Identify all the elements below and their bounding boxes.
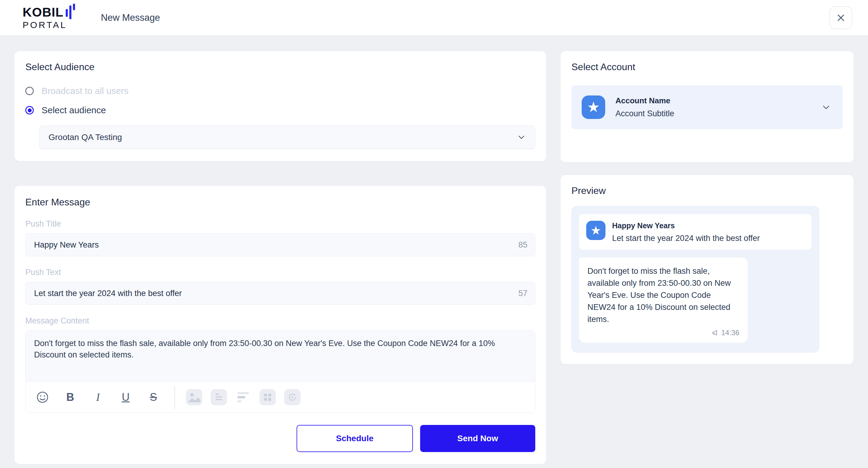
audience-dropdown[interactable]: Grootan QA Testing (39, 126, 535, 149)
push-text-input[interactable] (25, 282, 535, 305)
close-icon (836, 13, 846, 23)
account-avatar: ★ (582, 96, 605, 119)
radio-checked-icon[interactable] (25, 106, 34, 114)
select-audience-heading: Select Audience (25, 61, 535, 73)
underline-icon: U (122, 392, 130, 403)
message-content-label: Message Content (25, 316, 535, 326)
emoji-icon (36, 391, 49, 404)
italic-icon: I (96, 392, 100, 403)
push-title-label: Push Title (25, 219, 535, 229)
align-left-icon (236, 390, 250, 404)
push-title-counter: 85 (518, 240, 527, 250)
header: KOBIL PORTAL New Message (0, 0, 868, 36)
notification-text: Let start the year 2024 with the best of… (612, 234, 760, 243)
radio-option-broadcast[interactable]: Broadcast to all users (25, 86, 535, 96)
message-content-editor: Don't forget to miss the flash sale, ava… (25, 330, 535, 413)
notification-avatar: ★ (586, 221, 606, 240)
bubble-text: Don't forget to miss the flash sale, ava… (587, 267, 731, 324)
radio-unchecked-icon[interactable] (25, 87, 34, 95)
star-icon: ★ (590, 224, 601, 236)
logo-text-portal: PORTAL (23, 21, 75, 30)
account-subtitle: Account Subtitle (615, 109, 674, 119)
select-account-card: Select Account ★ Account Name Account Su… (561, 51, 854, 162)
chevron-down-icon (821, 102, 831, 112)
strikethrough-button[interactable]: S (146, 392, 161, 403)
message-content-textarea[interactable]: Don't forget to miss the flash sale, ava… (26, 331, 535, 381)
message-bubble-preview: Don't forget to miss the flash sale, ava… (579, 258, 748, 343)
strikethrough-icon: S (150, 392, 157, 403)
push-text-label: Push Text (25, 268, 535, 277)
logo-text-kobil: KOBIL (23, 6, 64, 19)
insert-document-button-disabled (211, 389, 227, 405)
underline-button[interactable]: U (118, 392, 133, 403)
refresh-icon (287, 392, 298, 402)
toolbar-divider (175, 386, 175, 409)
insert-image-button-disabled (186, 389, 202, 405)
audience-dropdown-value: Grootan QA Testing (49, 133, 122, 142)
kobil-portal-logo: KOBIL PORTAL (23, 6, 75, 30)
main-content: Select Audience Broadcast to all users S… (0, 36, 868, 464)
account-selector[interactable]: ★ Account Name Account Subtitle (571, 85, 843, 129)
preview-device-frame: ★ Happy New Years Let start the year 202… (571, 206, 819, 353)
push-notification-preview: ★ Happy New Years Let start the year 202… (579, 214, 812, 250)
refresh-button-disabled (284, 389, 301, 405)
logo-bars-icon (66, 4, 75, 19)
push-text-counter: 57 (518, 289, 527, 298)
bold-icon: B (66, 392, 74, 403)
star-icon: ★ (587, 100, 600, 114)
editor-toolbar: B I U S (26, 381, 535, 412)
bubble-timestamp: 14:36 (721, 327, 739, 338)
chevron-down-icon (517, 133, 526, 142)
send-now-button[interactable]: Send Now (420, 425, 535, 452)
radio-label-select-audience: Select audience (41, 105, 106, 115)
radio-label-broadcast: Broadcast to all users (41, 86, 128, 96)
enter-message-card: Enter Message Push Title 85 Push Text 57… (14, 186, 546, 464)
megaphone-icon (712, 329, 719, 336)
align-button-disabled (236, 390, 251, 404)
page-title: New Message (101, 12, 160, 23)
close-button[interactable] (830, 6, 852, 29)
push-title-input[interactable] (25, 233, 535, 256)
notification-title: Happy New Years (612, 221, 760, 230)
schedule-button[interactable]: Schedule (297, 425, 413, 452)
account-name: Account Name (615, 96, 674, 105)
message-actions: Schedule Send Now (25, 425, 535, 452)
radio-option-select-audience[interactable]: Select audience (25, 105, 535, 115)
enter-message-heading: Enter Message (25, 197, 535, 208)
italic-button[interactable]: I (90, 392, 106, 403)
document-icon (214, 392, 224, 402)
select-audience-card: Select Audience Broadcast to all users S… (14, 51, 546, 161)
emoji-button[interactable] (35, 391, 50, 404)
preview-card: Preview ★ Happy New Years Let start the … (561, 175, 854, 364)
preview-heading: Preview (571, 185, 843, 196)
grid-button-disabled (259, 389, 276, 405)
image-icon (186, 389, 202, 405)
select-account-heading: Select Account (571, 61, 843, 73)
bold-button[interactable]: B (62, 392, 78, 403)
grid-icon (262, 392, 273, 402)
